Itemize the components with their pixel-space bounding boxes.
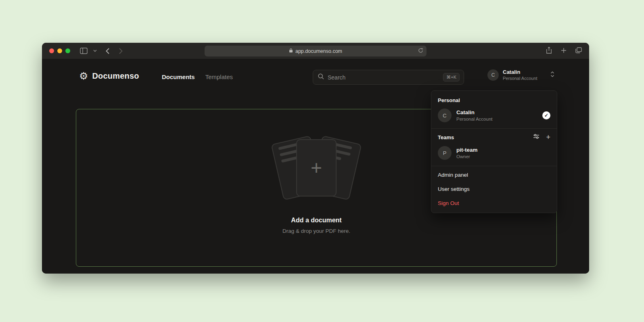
menu-personal-label: Personal: [431, 93, 557, 106]
search-bar: ⌘+K: [313, 70, 464, 85]
menu-divider: [431, 128, 557, 129]
nav-item-templates[interactable]: Templates: [205, 73, 233, 80]
url-text: app.documenso.com: [295, 48, 342, 54]
browser-titlebar: app.documenso.com: [42, 43, 589, 59]
dropzone-title: Add a document: [291, 217, 341, 224]
selected-check-icon: ✓: [542, 111, 550, 119]
brand-name: Documenso: [92, 71, 139, 81]
menu-item-admin-panel[interactable]: Admin panel: [431, 168, 557, 182]
new-tab-icon[interactable]: [561, 48, 567, 55]
sidebar-chevron-down-icon[interactable]: [93, 50, 97, 52]
team-role: Owner: [456, 154, 478, 159]
personal-account-avatar: C: [438, 109, 452, 122]
documenso-logo-icon: ⚙: [79, 71, 88, 81]
refresh-icon[interactable]: [418, 48, 423, 54]
document-card-center: +: [296, 139, 337, 197]
team-name: pit-team: [456, 147, 478, 153]
search-icon: [318, 73, 324, 81]
chevron-up-down-icon: [550, 71, 554, 79]
menu-item-team-account[interactable]: P pit-team Owner: [431, 143, 557, 165]
create-team-icon[interactable]: +: [546, 134, 550, 140]
share-icon[interactable]: [546, 47, 552, 55]
zoom-window-button[interactable]: [65, 48, 70, 53]
close-window-button[interactable]: [49, 48, 54, 53]
plus-icon: +: [311, 158, 322, 178]
personal-account-name: Catalin: [456, 109, 493, 115]
back-button-icon[interactable]: [106, 48, 109, 54]
address-bar[interactable]: app.documenso.com: [205, 46, 427, 56]
sidebar-toggle-icon[interactable]: [80, 48, 88, 54]
menu-teams-header: Teams +: [431, 130, 557, 143]
account-menu-trigger[interactable]: C Catalin Personal Account: [487, 69, 554, 81]
account-avatar: C: [487, 69, 499, 81]
main-nav: Documents Templates: [162, 73, 233, 80]
search-input[interactable]: [328, 74, 439, 81]
menu-item-user-settings[interactable]: User settings: [431, 182, 557, 196]
dropzone-subtitle: Drag & drop your PDF here.: [282, 228, 350, 234]
account-dropdown-menu: Personal C Catalin Personal Account ✓ Te…: [431, 90, 557, 213]
search-shortcut-badge: ⌘+K: [443, 73, 460, 82]
brand-link[interactable]: ⚙ Documenso: [79, 71, 139, 81]
browser-window: app.documenso.com: [42, 43, 589, 274]
team-avatar: P: [438, 146, 452, 160]
account-type: Personal Account: [503, 76, 537, 81]
manage-teams-icon[interactable]: [533, 134, 539, 141]
tab-overview-icon[interactable]: [575, 47, 582, 55]
minimize-window-button[interactable]: [57, 48, 62, 53]
menu-item-sign-out[interactable]: Sign Out: [431, 196, 557, 210]
personal-account-type: Personal Account: [456, 117, 493, 121]
lock-icon: [289, 48, 293, 54]
traffic-lights: [49, 48, 70, 53]
forward-button-icon[interactable]: [119, 48, 123, 54]
menu-item-personal-account[interactable]: C Catalin Personal Account ✓: [431, 106, 557, 128]
menu-divider: [431, 166, 557, 166]
menu-teams-label: Teams: [438, 134, 454, 140]
account-name: Catalin: [503, 69, 537, 75]
nav-item-documents[interactable]: Documents: [162, 73, 195, 80]
document-stack-illustration: +: [264, 130, 369, 211]
app-content: ⚙ Documenso Documents Templates ⌘+K C Ca…: [42, 59, 589, 274]
